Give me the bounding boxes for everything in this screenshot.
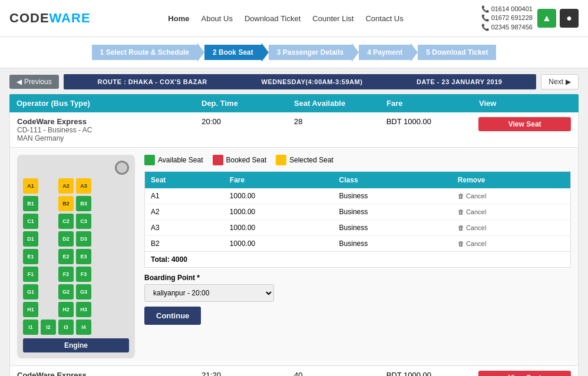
col-fare: Fare [387, 99, 479, 108]
col-view: View [479, 99, 572, 108]
bus-row-2-header: CodeWare Express CD-333 - Economy - AC M… [10, 366, 578, 376]
seat-B1[interactable]: B1 [23, 196, 38, 211]
android-icon[interactable]: ▲ [537, 9, 556, 28]
nav-about[interactable]: About Us [201, 14, 232, 23]
next-button[interactable]: Next ▶ [541, 74, 579, 89]
booking-section: Available Seat Booked Seat Selected Seat [144, 155, 571, 358]
seat-C2[interactable]: C2 [58, 214, 74, 229]
header: CODEWARE Home About Us Download Ticket C… [0, 0, 588, 37]
bus1-sub1: CD-111 - Business - AC [17, 126, 201, 134]
legend-available: Available Seat [144, 155, 203, 165]
col-seat: Seat [145, 172, 224, 189]
seat-a3-fare: 1000.00 [224, 220, 333, 236]
seat-F1[interactable]: F1 [23, 267, 38, 282]
seat-b2-class: Business [333, 236, 452, 252]
logo-part2: WARE [49, 11, 91, 25]
seat-row-b: B1 B2 B3 [23, 196, 129, 211]
seat-C1[interactable]: C1 [23, 214, 38, 229]
cancel-b2-button[interactable]: 🗑 Cancel [458, 240, 486, 247]
seat-H1[interactable]: H1 [23, 302, 38, 317]
available-color [144, 155, 155, 165]
col-seat-available: Seat Available [294, 99, 387, 108]
bus-row-1-header: CodeWare Express CD-111 - Business - AC … [10, 112, 578, 147]
seat-G1[interactable]: G1 [23, 284, 38, 300]
seat-E2[interactable]: E2 [58, 249, 74, 264]
seat-a2-id: A2 [145, 204, 224, 220]
col-fare-h: Fare [224, 172, 333, 189]
apple-icon[interactable]: ● [560, 9, 579, 28]
main-nav: Home About Us Download Ticket Counter Li… [168, 14, 403, 23]
nav-counter[interactable]: Counter List [312, 14, 354, 23]
step-arrow-2 [262, 43, 269, 62]
seat-row-b2: B2 1000.00 Business 🗑 Cancel [145, 236, 571, 252]
bus1-fare: BDT 1000.00 [387, 117, 479, 126]
cancel-a2-button[interactable]: 🗑 Cancel [458, 208, 486, 215]
seat-C3[interactable]: C3 [76, 214, 91, 229]
seat-B2[interactable]: B2 [58, 196, 74, 211]
bus1-name: CodeWare Express [17, 117, 201, 126]
seat-I3[interactable]: I3 [58, 320, 74, 335]
bus1-view-seat-button[interactable]: View Seat [478, 117, 571, 131]
col-remove: Remove [452, 172, 571, 189]
nav-contact[interactable]: Contact Us [365, 14, 403, 23]
nav-home[interactable]: Home [168, 14, 189, 23]
seat-E3[interactable]: E3 [76, 249, 91, 264]
bus2-seats: 40 [294, 371, 387, 376]
seat-row-e: E1 E2 E3 [23, 249, 129, 264]
bus2-view-seat-button[interactable]: View Seat [478, 371, 571, 376]
seat-a1-id: A1 [145, 188, 224, 204]
seat-A1[interactable]: A1 [23, 178, 38, 194]
seat-H3[interactable]: H3 [76, 302, 91, 317]
seat-I2[interactable]: I2 [41, 320, 56, 335]
bus2-dep-time: 21:20 [201, 371, 294, 376]
seat-D2[interactable]: D2 [58, 231, 74, 247]
logo: CODEWARE [9, 11, 91, 26]
seat-row-g: G1 G2 G3 [23, 284, 129, 300]
seat-D3[interactable]: D3 [76, 231, 91, 247]
available-label: Available Seat [158, 156, 203, 164]
continue-button[interactable]: Continue [144, 307, 201, 325]
seat-D1[interactable]: D1 [23, 231, 38, 247]
seat-a3-id: A3 [145, 220, 224, 236]
seat-A2[interactable]: A2 [58, 178, 74, 194]
step-arrow-4 [411, 43, 418, 62]
bus-top [23, 161, 129, 178]
seat-B3[interactable]: B3 [76, 196, 91, 211]
seat-row-a2: A2 1000.00 Business 🗑 Cancel [145, 204, 571, 220]
bus2-fare: BDT 1000.00 [387, 371, 479, 376]
seat-A3[interactable]: A3 [76, 178, 91, 194]
nav-download[interactable]: Download Ticket [245, 14, 300, 23]
seat-a1-fare: 1000.00 [224, 188, 333, 204]
step-1: 1 Select Route & Schedule [92, 43, 204, 62]
seat-row-a: A1 A2 A3 [23, 178, 129, 194]
col-operator: Operator (Bus Type) [16, 99, 201, 108]
seat-F3[interactable]: F3 [76, 267, 91, 282]
seat-H2[interactable]: H2 [58, 302, 74, 317]
boarding-select[interactable]: kaliyanpur - 20:00 Dhaka - 20:30 Gabtoli… [144, 284, 274, 302]
seat-G2[interactable]: G2 [58, 284, 74, 300]
seat-G3[interactable]: G3 [76, 284, 91, 300]
step-4: 4 Payment [359, 43, 418, 62]
seat-booking-table: Seat Fare Class Remove A1 1000.00 Busine… [144, 171, 571, 252]
day-text: WEDNESDAY(4:00AM-3:59AM) [262, 78, 363, 85]
seat-I1[interactable]: I1 [23, 320, 38, 335]
cancel-a1-button[interactable]: 🗑 Cancel [458, 192, 486, 199]
bus2-name: CodeWare Express [17, 371, 201, 376]
booked-label: Booked Seat [226, 156, 267, 164]
bus-row-2: CodeWare Express CD-333 - Economy - AC M… [9, 366, 579, 376]
seat-I4[interactable]: I4 [76, 320, 91, 335]
step-3: 3 Passenger Details [269, 43, 359, 62]
prev-button[interactable]: ◀ Previous [9, 75, 59, 89]
date-text: DATE - 23 JANUARY 2019 [417, 78, 502, 85]
cancel-a3-button[interactable]: 🗑 Cancel [458, 224, 486, 231]
steps-bar: 1 Select Route & Schedule 2 Book Seat 3 … [0, 37, 588, 68]
route-text: ROUTE : DHAKA - COX'S BAZAR [98, 78, 207, 85]
seat-F2[interactable]: F2 [58, 267, 74, 282]
col-dep-time: Dep. Time [201, 99, 294, 108]
seat-b2-fare: 1000.00 [224, 236, 333, 252]
seat-row-i: I1 I2 I3 I4 [23, 320, 129, 335]
step-arrow-3 [352, 43, 359, 62]
main-content: ◀ Previous ROUTE : DHAKA - COX'S BAZAR W… [0, 68, 588, 376]
seat-E1[interactable]: E1 [23, 249, 38, 264]
seat-a2-class: Business [333, 204, 452, 220]
